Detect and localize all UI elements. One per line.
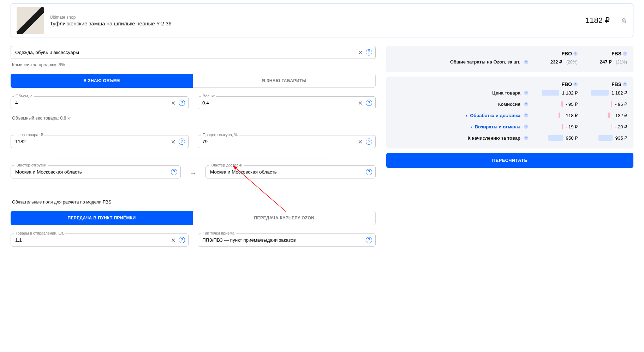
product-thumb — [17, 7, 44, 34]
volumetric-weight-info: Объемный вес товара: 0.8 кг — [12, 116, 374, 121]
clear-icon[interactable]: ✕ — [358, 99, 363, 106]
row-price-fbo: 1 182 ₽ — [562, 90, 578, 96]
fbo-col-header-2: FBO? — [528, 81, 578, 87]
clear-icon[interactable]: ✕ — [171, 138, 176, 145]
info-dot-icon[interactable]: ? — [524, 102, 528, 106]
row-returns-fbo: - 19 ₽ — [566, 124, 578, 129]
chevron-right-icon[interactable]: › — [470, 124, 472, 129]
pickup-type-input[interactable] — [198, 233, 376, 247]
clear-icon[interactable]: ✕ — [358, 49, 363, 56]
product-price: 1182 ₽ — [585, 16, 610, 25]
buyout-field[interactable]: Процент выкупа, % ✕ ? — [198, 135, 376, 148]
buyout-input[interactable] — [198, 135, 376, 148]
help-icon[interactable]: ? — [366, 49, 372, 56]
row-processing-label[interactable]: Обработка и доставка — [470, 113, 520, 118]
row-returns-fbs: - 20 ₽ — [615, 124, 627, 129]
product-title: Туфли женские замша на шпильке черные Y-… — [50, 20, 580, 26]
cluster-from-input[interactable] — [11, 165, 181, 178]
row-price-label: Цена товара — [492, 90, 520, 96]
buyout-label: Процент выкупа, % — [201, 133, 239, 137]
cluster-to-input[interactable] — [205, 165, 376, 178]
clear-icon[interactable]: ✕ — [171, 237, 176, 243]
divider — [53, 128, 333, 128]
fbs-col-header: FBS? — [578, 51, 627, 56]
clear-icon[interactable]: ✕ — [358, 138, 363, 145]
delete-icon[interactable] — [621, 17, 627, 24]
fbs-col-header-2: FBS? — [578, 81, 627, 87]
bar-icon — [591, 90, 609, 96]
items-input[interactable] — [11, 233, 189, 247]
product-card: Ultimate shop Туфли женские замша на шпи… — [11, 4, 633, 37]
ozon-total-label: Общие затраты на Ozon, за шт. — [450, 59, 520, 65]
category-input[interactable] — [11, 46, 376, 59]
volume-input[interactable] — [11, 96, 189, 109]
bar-icon — [559, 113, 560, 118]
summary-breakdown: FBO? FBS? Цена товара? 1 182 ₽ 1 182 ₽ К… — [386, 77, 633, 148]
help-icon[interactable]: ? — [366, 139, 372, 145]
info-dot-icon[interactable]: ? — [524, 125, 528, 129]
tab-volume[interactable]: Я ЗНАЮ ОБЪЕМ — [11, 74, 193, 88]
info-dot-icon[interactable]: ? — [524, 113, 528, 117]
volume-label: Объем, л — [14, 94, 34, 98]
chevron-right-icon[interactable]: › — [466, 113, 467, 118]
divider — [53, 158, 333, 158]
price-label: Цена товара, ₽ — [14, 133, 44, 137]
fbo-col-header: FBO? — [528, 51, 578, 56]
ozon-total-fbs-pct: (21%) — [616, 60, 627, 65]
help-icon[interactable]: ? — [366, 237, 372, 243]
help-icon[interactable]: ? — [179, 237, 185, 243]
bar-constrdot data-interactable= — [612, 124, 612, 129]
row-commission-label: Комиссия — [498, 102, 520, 107]
row-price-fbs: 1 182 ₽ — [612, 90, 627, 96]
bar-icon — [611, 101, 612, 107]
recalc-button[interactable]: ПЕРЕСЧИТАТЬ — [386, 153, 633, 168]
pickup-type-label: Тип точки приёма — [201, 231, 236, 235]
ozon-total-fbo-pct: (20%) — [566, 60, 578, 65]
size-tabs: Я ЗНАЮ ОБЪЕМ Я ЗНАЮ ГАБАРИТЫ — [11, 74, 376, 88]
items-field[interactable]: Товары в отправлении, шт. ✕ ? — [11, 233, 189, 247]
volume-field[interactable]: Объем, л ✕ ? — [11, 96, 189, 109]
tab-dimensions[interactable]: Я ЗНАЮ ГАБАРИТЫ — [193, 74, 376, 88]
ozon-total-fbs: 247 ₽ — [600, 59, 612, 65]
arrow-right-icon: → — [190, 170, 196, 177]
cluster-from-field[interactable]: Кластер отгрузки ? — [11, 165, 181, 178]
row-commission-fbs: - 95 ₽ — [615, 102, 627, 107]
info-dot-icon[interactable]: ? — [524, 60, 528, 64]
row-processing-fbs: - 132 ₽ — [613, 113, 627, 118]
price-field[interactable]: Цена товара, ₽ ✕ ? — [11, 135, 189, 148]
row-processing-fbo: - 118 ₽ — [563, 113, 578, 118]
bar-icon — [561, 101, 563, 107]
bar-icon — [598, 135, 613, 141]
row-payout-fbo: 950 ₽ — [566, 135, 578, 141]
brand: Ultimate shop — [50, 15, 580, 20]
info-dot-icon[interactable]: ? — [623, 51, 627, 56]
weight-field[interactable]: Вес, кг ✕ ? — [198, 96, 376, 109]
weight-input[interactable] — [198, 96, 376, 109]
pickup-type-field[interactable]: Тип точки приёма ? — [198, 233, 376, 247]
info-dot-icon[interactable]: ? — [524, 136, 528, 140]
commission-info: Комиссия за продажу: 8% — [12, 62, 374, 67]
help-icon[interactable]: ? — [366, 169, 372, 175]
info-dot-icon[interactable]: ? — [623, 82, 627, 86]
weight-label: Вес, кг — [201, 94, 216, 98]
help-icon[interactable]: ? — [171, 169, 177, 175]
product-info: Ultimate shop Туфли женские замша на шпи… — [50, 15, 580, 26]
cluster-from-label: Кластер отгрузки — [14, 163, 48, 167]
row-returns-label[interactable]: Возвраты и отмены — [475, 124, 520, 129]
fbs-heading: Обязательные поля для расчета по модели … — [12, 200, 374, 205]
handover-tabs: ПЕРЕДАЧА В ПУНКТ ПРИЁМКИ ПЕРЕДАЧА КУРЬЕР… — [11, 211, 376, 225]
tab-pickup[interactable]: ПЕРЕДАЧА В ПУНКТ ПРИЁМКИ — [11, 211, 193, 225]
category-field[interactable]: ✕ ? — [11, 46, 376, 59]
help-icon[interactable]: ? — [366, 100, 372, 106]
bar-icon — [608, 113, 610, 118]
cluster-to-field[interactable]: Кластер доставки ? — [205, 165, 376, 178]
help-icon[interactable]: ? — [179, 139, 185, 145]
row-payout-label: К начислению за товар — [468, 135, 520, 141]
info-dot-icon[interactable]: ? — [573, 51, 578, 56]
info-dot-icon[interactable]: ? — [524, 91, 528, 95]
row-commission-fbo: - 95 ₽ — [566, 102, 578, 107]
clear-icon[interactable]: ✕ — [171, 99, 176, 106]
tab-courier[interactable]: ПЕРЕДАЧА КУРЬЕРУ OZON — [193, 211, 376, 225]
info-dot-icon[interactable]: ? — [573, 82, 578, 86]
help-icon[interactable]: ? — [179, 100, 185, 106]
